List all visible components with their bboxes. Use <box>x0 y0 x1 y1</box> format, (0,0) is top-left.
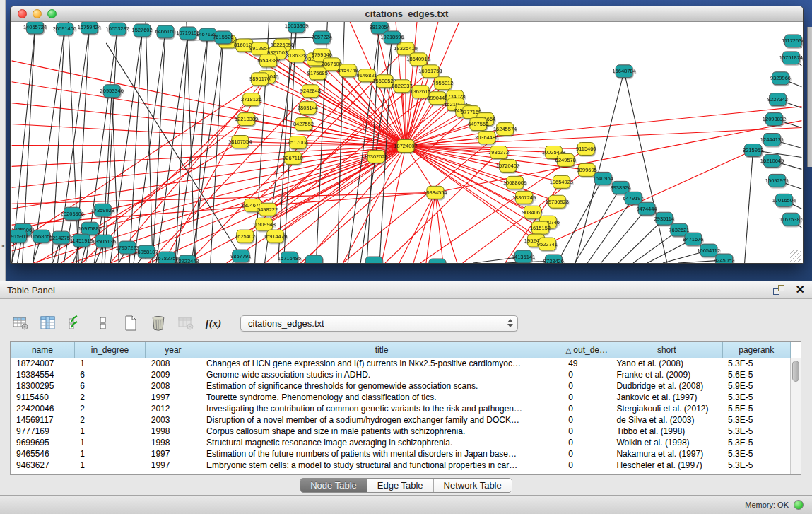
table-row[interactable]: 946554611997Estimation of the future num… <box>11 448 791 460</box>
graph-node[interactable]: 7857224 <box>312 31 332 44</box>
minimize-button[interactable] <box>33 9 42 18</box>
delete-table-icon[interactable] <box>148 313 169 334</box>
table-cell[interactable]: 5.3E-5 <box>722 448 790 460</box>
close-panel-icon[interactable]: ✕ <box>796 285 805 295</box>
table-cell[interactable]: de Silva et al. (2003) <box>611 414 722 426</box>
float-panel-icon[interactable] <box>773 285 784 295</box>
graph-node[interactable]: 10975887 <box>78 222 102 235</box>
table-cell[interactable]: 1998 <box>146 437 201 448</box>
table-cell[interactable]: 5.3E-5 <box>722 392 790 403</box>
table-cell[interactable]: 0 <box>563 380 611 392</box>
graph-node[interactable]: 16759424 <box>78 22 101 34</box>
graph-node[interactable]: 12093832 <box>763 113 786 126</box>
graph-edge[interactable] <box>33 29 65 263</box>
table-cell[interactable]: 0 <box>563 392 611 403</box>
table-row[interactable]: 977716911998Corpus callosum shape and si… <box>11 426 791 437</box>
table-cell[interactable]: 18300295 <box>11 380 74 392</box>
graph-node[interactable]: 13505135 <box>93 235 116 247</box>
tab-edge-table[interactable]: Edge Table <box>367 479 434 492</box>
graph-node[interactable]: 9084067 <box>522 206 543 218</box>
table-cell[interactable]: 22420046 <box>11 403 74 414</box>
table-cell[interactable]: 5.3E-5 <box>722 414 790 426</box>
table-cell[interactable]: 1997 <box>146 460 201 471</box>
graph-node[interactable]: 7955812 <box>433 77 453 90</box>
graph-node[interactable]: 17016504 <box>772 194 796 206</box>
graph-node[interactable]: 1640954 <box>593 172 613 185</box>
graph-edge[interactable] <box>106 43 240 256</box>
column-header-name[interactable]: name <box>11 342 74 358</box>
graph-edge[interactable] <box>745 150 753 263</box>
table-cell[interactable]: 2008 <box>146 358 201 369</box>
graph-edge[interactable] <box>52 29 64 263</box>
scrollbar-thumb[interactable] <box>792 361 799 382</box>
graph-node[interactable]: 11451919 <box>70 234 93 247</box>
graph-edge[interactable] <box>153 32 165 263</box>
table-cell[interactable]: 5.3E-5 <box>722 437 790 448</box>
graph-node[interactable]: 7625402 <box>235 230 255 243</box>
table-cell[interactable]: 9777169 <box>11 426 74 437</box>
graph-node[interactable] <box>429 259 446 263</box>
table-cell[interactable]: 1 <box>74 358 145 369</box>
table-cell[interactable]: 5.9E-5 <box>722 380 790 392</box>
table-settings-icon[interactable] <box>10 313 31 334</box>
graph-node[interactable]: 7986372 <box>488 146 509 158</box>
graph-edge[interactable] <box>195 35 208 263</box>
graph-node[interactable]: 8427552 <box>293 118 314 131</box>
graph-node[interactable]: 16245574 <box>493 123 517 136</box>
graph-node[interactable]: 16210645 <box>760 154 784 167</box>
graph-node[interactable]: 18724007 <box>394 140 417 153</box>
new-table-icon[interactable] <box>120 313 141 334</box>
column-header-pagerank[interactable]: pagerank <box>722 342 790 358</box>
graph-node[interactable]: 11675387 <box>779 213 803 226</box>
graph-node[interactable]: 10688609 <box>503 176 526 189</box>
table-cell[interactable]: Changes of HCN gene expression and I(f) … <box>201 358 563 369</box>
table-cell[interactable]: Tourette syndrome. Phenomenology and cla… <box>201 392 563 403</box>
graph-node[interactable]: 5498222 <box>257 203 278 216</box>
table-cell[interactable]: 5.5E-5 <box>722 403 790 414</box>
table-cell[interactable]: 2 <box>74 414 145 426</box>
graph-edge[interactable] <box>413 192 435 263</box>
graph-edge[interactable] <box>175 33 188 263</box>
graph-node[interactable]: 19756928 <box>546 195 569 208</box>
function-builder-icon[interactable]: f(x) <box>203 313 224 334</box>
table-cell[interactable]: Corpus callosum shape and size in male p… <box>201 426 563 437</box>
column-header-out_de[interactable]: △out_de… <box>563 342 611 358</box>
column-header-year[interactable]: year <box>146 342 201 358</box>
table-cell[interactable]: Embryonic stem cells: a model to study s… <box>201 460 563 471</box>
table-row[interactable]: 1938455462009Genome-wide association stu… <box>11 369 791 380</box>
network-canvas[interactable]: 1872400776638228160123991295418226058932… <box>11 22 803 263</box>
graph-node[interactable]: 18107554 <box>228 136 252 148</box>
table-cell[interactable]: 2003 <box>146 414 201 426</box>
table-cell[interactable]: 2 <box>74 403 145 414</box>
graph-edge[interactable] <box>406 146 435 192</box>
graph-edge[interactable] <box>399 192 435 263</box>
table-cell[interactable]: Yano et al. (2008) <box>611 358 722 369</box>
graph-edge[interactable] <box>618 218 664 263</box>
graph-node[interactable]: 8454749 <box>338 64 358 77</box>
table-cell[interactable]: Structural magnetic resonance image aver… <box>201 437 563 448</box>
table-cell[interactable]: 14569117 <box>11 414 74 426</box>
graph-node[interactable]: 6497568 <box>468 118 488 131</box>
close-button[interactable] <box>18 9 27 18</box>
graph-node[interactable]: 20691406 <box>53 23 76 35</box>
table-cell[interactable]: 6 <box>74 380 145 392</box>
graph-node[interactable]: 16543382 <box>257 54 280 67</box>
graph-node[interactable]: 8471676 <box>683 233 703 245</box>
table-cell[interactable]: Stergiakouli et al. (2012) <box>611 403 722 414</box>
table-cell[interactable]: 6 <box>74 369 145 380</box>
graph-node[interactable] <box>365 257 382 263</box>
graph-node[interactable]: 18640910 <box>406 53 430 66</box>
graph-node[interactable]: 16648784 <box>612 65 635 78</box>
table-cell[interactable]: 0 <box>563 460 611 471</box>
table-cell[interactable]: Genome-wide association studies in ADHD. <box>201 369 563 380</box>
graph-node[interactable] <box>305 255 322 263</box>
table-cell[interactable]: 1 <box>74 426 145 437</box>
graph-node[interactable]: 16914479 <box>264 230 287 243</box>
table-cell[interactable]: 1997 <box>146 448 201 460</box>
graph-node[interactable]: 16033809 <box>285 22 308 33</box>
graph-node[interactable]: 9517004 <box>288 136 308 149</box>
table-cell[interactable]: 0 <box>563 448 611 460</box>
graph-edge[interactable] <box>426 192 435 263</box>
table-cell[interactable]: 5.3E-5 <box>722 426 790 437</box>
graph-node[interactable]: 7615526 <box>213 31 233 44</box>
